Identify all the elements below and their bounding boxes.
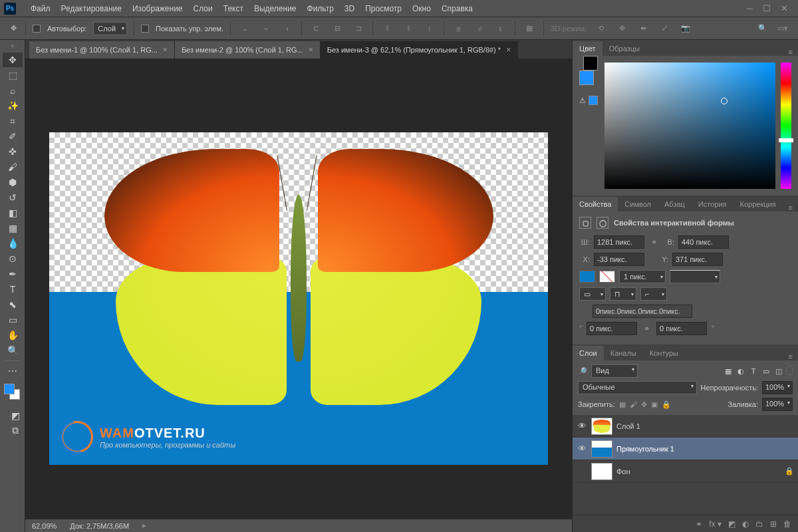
close-icon[interactable]: × [309,45,313,55]
filter-text-icon[interactable]: T [748,366,759,376]
marquee-tool[interactable]: ⬚ [3,68,23,82]
distribute-h-icon-2[interactable]: ⫽ [472,21,487,36]
path-select-tool[interactable]: ⬉ [3,297,23,312]
stamp-tool[interactable]: ⬢ [3,175,23,190]
auto-select-checkbox[interactable] [33,25,41,33]
distribute-icon[interactable]: ⫴ [380,21,394,36]
layer-item[interactable]: Фон 🔒 [573,460,798,483]
corner-b-input[interactable] [656,322,707,335]
lock-pixels-icon[interactable]: ▦ [619,400,626,409]
3d-pan-icon[interactable]: ✥ [614,21,629,36]
align-right-icon[interactable]: ⊐ [351,21,366,36]
panel-menu-icon[interactable]: ≡ [783,352,798,360]
distribute-h-icon[interactable]: ⫼ [451,21,466,36]
layer-item[interactable]: 👁 Слой 1 [573,415,798,438]
close-button[interactable]: ✕ [779,4,789,13]
quick-mask-icon[interactable]: ◩ [5,408,25,422]
stroke-style-dropdown[interactable] [670,270,720,283]
visibility-icon[interactable]: 👁 [577,444,587,454]
stroke-join-dropdown[interactable]: ⌐ [640,287,667,301]
move-tool[interactable]: ✥ [3,53,23,67]
tab-swatches[interactable]: Образцы [602,41,646,56]
rectangle-tool[interactable]: ▭ [3,313,23,327]
stroke-color-swatch[interactable] [599,271,615,283]
layer-thumbnail[interactable] [591,463,612,480]
menu-view[interactable]: Просмотр [360,2,407,15]
layer-name[interactable]: Фон [616,467,630,475]
tab-paths[interactable]: Контуры [643,346,685,360]
close-icon[interactable]: × [506,45,511,55]
document-tab[interactable]: Без имени-2 @ 100% (Слой 1, RG... × [175,41,321,59]
bg-color[interactable] [583,56,598,70]
width-input[interactable] [594,235,644,249]
menu-window[interactable]: Окно [407,2,436,15]
layer-mask-icon[interactable]: ◩ [728,519,735,529]
minimize-button[interactable]: ─ [745,4,754,13]
y-input[interactable] [672,253,723,266]
adjustment-layer-icon[interactable]: ◐ [742,519,749,529]
align-top-icon[interactable]: ⫠ [237,21,252,36]
healing-tool[interactable]: ✜ [3,144,23,159]
3d-camera-icon[interactable]: 📷 [678,21,693,36]
layer-name[interactable]: Прямоугольник 1 [616,445,674,453]
color-field[interactable] [604,63,775,189]
auto-align-icon[interactable]: ▦ [522,21,537,36]
filter-pixel-icon[interactable]: ▦ [723,366,733,376]
hue-slider[interactable] [781,63,791,189]
panel-menu-icon[interactable]: ≡ [783,203,798,211]
align-left-icon[interactable]: ⊏ [309,21,323,36]
filter-adjust-icon[interactable]: ◐ [735,366,746,376]
magic-wand-tool[interactable]: ✨ [3,98,23,113]
color-swatches[interactable] [4,384,20,400]
search-icon[interactable]: 🔍 [755,21,770,36]
eraser-tool[interactable]: ◧ [3,205,23,220]
hand-tool[interactable]: ✋ [3,328,23,342]
screen-mode-icon[interactable]: ⧉ [5,424,25,438]
menu-edit[interactable]: Редактирование [56,2,127,15]
auto-select-dropdown[interactable]: Слой [93,22,127,35]
close-icon[interactable]: × [163,45,168,55]
panel-menu-icon[interactable]: ≡ [783,48,798,56]
align-bottom-icon[interactable]: ⫞ [280,21,295,36]
3d-slide-icon[interactable]: ⬌ [636,21,650,36]
document-tab[interactable]: Без имени-1 @ 100% (Слой 1, RG... × [29,41,175,59]
toolbar-expand-icon[interactable]: » [0,43,25,52]
fg-color[interactable] [579,70,594,85]
blend-mode-dropdown[interactable]: Обычные [578,381,697,394]
layer-thumbnail[interactable] [591,418,612,435]
layer-item[interactable]: 👁 Прямоугольник 1 [573,438,798,460]
corner-link-icon[interactable]: ⚭ [641,325,652,333]
tab-properties[interactable]: Свойства [573,197,618,211]
pen-tool[interactable]: ✒ [3,267,23,281]
delete-layer-icon[interactable]: 🗑 [783,519,791,529]
layer-thumbnail[interactable] [591,440,612,458]
websafe-swatch[interactable] [589,96,598,105]
fill-color-swatch[interactable] [579,271,595,283]
layer-fx-icon[interactable]: fx ▾ [709,519,722,529]
tab-color[interactable]: Цвет [573,41,602,56]
group-icon[interactable]: 🗀 [755,519,763,529]
workspace-icon[interactable]: ▭▾ [775,21,790,36]
x-input[interactable] [594,253,644,266]
tab-paragraph[interactable]: Абзац [658,197,692,211]
zoom-level[interactable]: 62,09% [32,522,57,530]
document-tab[interactable]: Без имени-3 @ 62,1% (Прямоугольник 1, RG… [321,41,518,59]
menu-help[interactable]: Справка [436,2,478,15]
visibility-icon[interactable]: 👁 [577,421,587,431]
blur-tool[interactable]: 💧 [3,236,23,251]
height-input[interactable] [678,235,729,249]
show-transform-checkbox[interactable] [141,25,149,33]
crop-tool[interactable]: ⌗ [3,114,23,128]
tab-history[interactable]: История [692,197,733,211]
distribute-icon-3[interactable]: ⫶ [422,21,437,36]
stroke-align-dropdown[interactable]: ▭ [579,287,606,301]
lasso-tool[interactable]: ⌕ [3,83,23,98]
fg-color-swatch[interactable] [4,384,15,394]
brush-tool[interactable]: 🖌 [3,160,23,174]
align-hcenter-icon[interactable]: ⊟ [330,21,344,36]
type-tool[interactable]: T [3,282,23,297]
lock-artboard-icon[interactable]: ▣ [651,400,658,409]
stroke-width-dropdown[interactable]: 1 пикс. [619,270,666,283]
menu-text[interactable]: Текст [218,2,249,15]
tab-character[interactable]: Символ [618,197,658,211]
